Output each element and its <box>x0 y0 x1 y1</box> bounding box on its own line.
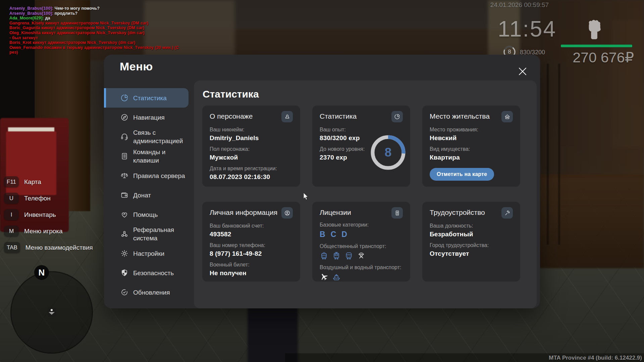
sidebar-item-updates[interactable]: Обновления <box>104 283 194 302</box>
chat-line: Gangrena_Kisely кикнут администратором N… <box>9 21 197 26</box>
close-icon[interactable] <box>516 65 529 78</box>
chat-line: Oleg_Kinoshita кикнут администратором Ni… <box>9 31 197 36</box>
hotkey-row: IИнвентарь <box>4 206 93 223</box>
chat-line: Arseniy_Brabus[100]: продлить? <box>9 11 197 16</box>
person-circle-icon <box>281 207 293 219</box>
mouse-cursor <box>303 192 309 200</box>
license-category: D <box>341 230 347 239</box>
health-bar <box>561 45 632 47</box>
menu-title: Меню <box>120 60 153 73</box>
sidebar-item-help[interactable]: Помощь <box>104 205 194 224</box>
license-category: B <box>320 230 325 239</box>
compass-north-marker: N <box>34 265 49 280</box>
gear-icon <box>120 249 129 258</box>
hotkey-key-badge: TAB <box>4 242 20 253</box>
menu-content-panel: Статистика О персонаже Ваш никнейм: Dmit… <box>194 80 537 308</box>
scales-icon <box>120 171 129 180</box>
id-card-icon <box>391 207 403 219</box>
license-category: C <box>331 230 336 239</box>
card-title: Статистика <box>320 111 357 120</box>
pie-chart-icon <box>120 94 129 102</box>
sidebar-item-statistics[interactable]: Статистика <box>104 88 189 108</box>
mark-on-map-button[interactable]: Отметить на карте <box>430 168 494 181</box>
hud-datetime: 24.01.2026 00:59:57 <box>474 1 565 9</box>
chat-line: Boric_Gagurda кикнут администратором Nic… <box>9 25 197 31</box>
chat-log: Arseniy_Brabus[100]: Чем-то могу помочь?… <box>9 6 197 55</box>
card-title: О персонаже <box>210 111 253 120</box>
public-transport-licenses <box>320 251 403 260</box>
sidebar-item-referral[interactable]: Реферальная система <box>104 224 194 244</box>
card-title: Личная информация <box>210 207 277 217</box>
sidebar-item-server-rules[interactable]: Правила сервера <box>104 166 194 185</box>
hotkey-hints: F11Карта UТелефон IИнвентарь MМеню игрок… <box>4 174 93 256</box>
card-title: Трудоустройство <box>430 207 485 217</box>
sidebar-item-settings[interactable]: Настройки <box>104 244 194 263</box>
exp-progress-donut: 8 <box>369 134 407 171</box>
card-title: Лицензии <box>320 207 351 217</box>
chat-line: рез) <box>9 50 197 55</box>
house-icon <box>501 111 513 122</box>
player-marker-icon <box>47 307 56 317</box>
fist-icon <box>586 17 602 40</box>
ship-icon <box>332 273 341 281</box>
person-icon <box>281 111 293 122</box>
air-water-licenses <box>320 273 403 281</box>
license-categories: B C D <box>320 230 403 239</box>
compass-minimap: N <box>10 271 93 354</box>
sidebar-item-commands-keys[interactable]: Команды и клавиши <box>104 146 194 166</box>
hotkey-row: UТелефон <box>4 190 93 206</box>
card-licenses: Лицензии Базовые категории: B C D Общест… <box>312 202 410 282</box>
card-residence: Место жительства Место проживания: Невск… <box>422 106 520 187</box>
compass-icon <box>120 113 129 122</box>
headset-icon <box>120 132 129 141</box>
trolleybus-icon <box>320 251 328 260</box>
hotkey-row: F11Карта <box>4 174 93 190</box>
hotkey-row: TABМеню взаимодействия <box>4 239 93 256</box>
chat-line: Owen_Fernando посажен в тюрьму администр… <box>9 45 197 50</box>
card-employment: Трудоустройство Ваша должность: Безработ… <box>422 202 520 282</box>
hotkey-key-badge: I <box>4 209 19 220</box>
wallet-icon <box>120 191 129 199</box>
metro-icon <box>344 251 353 260</box>
hotkey-key-badge: M <box>4 226 19 237</box>
card-title: Место жительства <box>430 111 490 120</box>
menu-sidebar: Статистика Навигация Связь с администрац… <box>104 88 194 302</box>
card-personal-info: Личная информация Ваш банковский счет: 4… <box>202 202 300 282</box>
plane-icon <box>320 273 328 281</box>
chat-line: Arseniy_Brabus[100]: Чем-то могу помочь? <box>9 6 197 11</box>
section-title: Статистика <box>203 88 259 100</box>
pie-chart-icon <box>391 111 403 122</box>
tram-icon <box>332 251 341 260</box>
sidebar-item-security[interactable]: Безопасность <box>104 263 194 283</box>
chat-line: - был заткнут <box>9 36 197 41</box>
hotkey-key-badge: U <box>4 193 19 204</box>
hammer-icon <box>501 207 513 219</box>
hotkey-row: MМеню игрока <box>4 223 93 239</box>
chat-line: Boris_Krot кикнут администратором Nick_T… <box>9 40 197 45</box>
chat-line: Ada_Moore[629]: да <box>9 16 197 21</box>
hud-clock: 11:54 <box>498 16 556 42</box>
menu-modal: Меню Статистика Навигация Связь с админи… <box>104 55 540 308</box>
handshake-heart-icon <box>120 210 129 219</box>
card-about-character: О персонаже Ваш никнейм: Dmitriy_Daniels… <box>202 106 300 187</box>
document-list-icon <box>120 152 129 161</box>
sidebar-item-navigation[interactable]: Навигация <box>104 108 194 127</box>
sidebar-item-donate[interactable]: Донат <box>104 185 194 205</box>
exp-level-number: 8 <box>369 134 407 171</box>
sidebar-item-admin-contact[interactable]: Связь с администрацией <box>104 127 194 146</box>
update-check-icon <box>120 288 129 297</box>
shield-icon <box>120 268 129 277</box>
hotkey-key-badge: F11 <box>4 176 19 187</box>
network-icon <box>120 230 129 238</box>
card-statistics: Статистика Ваш опыт: 830/3200 exp До нов… <box>312 106 410 187</box>
build-watermark: MTA Province #4 (build: 6.12422.9) <box>549 355 642 361</box>
captain-icon <box>357 251 366 260</box>
